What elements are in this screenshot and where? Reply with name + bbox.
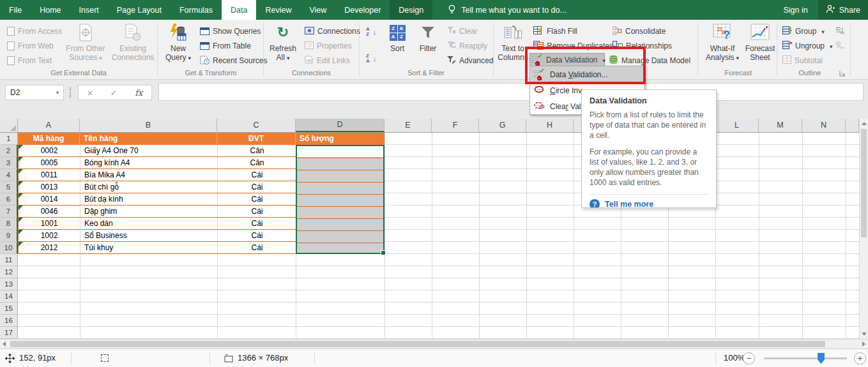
cell[interactable]: Cái [218, 206, 296, 217]
consolidate-button[interactable]: Consolidate [611, 24, 667, 38]
from-text-button[interactable]: From Text [5, 54, 54, 68]
scroll-right-icon[interactable] [862, 341, 865, 347]
zoom-slider-handle[interactable] [818, 353, 825, 364]
cell[interactable]: Túi khuy [80, 242, 218, 253]
clear-filter-button[interactable]: Clear [445, 24, 480, 38]
existing-connections-button[interactable]: Existing Connections [110, 23, 156, 63]
scroll-left-icon[interactable] [3, 341, 6, 347]
cell[interactable]: 0002 [19, 145, 80, 156]
row-header-4[interactable]: 4 [0, 169, 18, 181]
show-detail-button[interactable] [834, 24, 847, 38]
sign-in-link[interactable]: Sign in [773, 0, 818, 20]
cell[interactable]: Cái [218, 181, 296, 193]
ribbon-tab-data[interactable]: Data [222, 0, 256, 20]
cell[interactable]: Cân [218, 145, 296, 156]
cell[interactable]: Sổ Business [80, 230, 218, 241]
column-header-f[interactable]: F [432, 119, 479, 132]
ribbon-tab-insert[interactable]: Insert [70, 0, 108, 20]
cell[interactable]: 0005 [19, 157, 80, 169]
ribbon-tab-developer[interactable]: Developer [335, 0, 390, 20]
row-header-7[interactable]: 7 [0, 206, 18, 218]
row-header-10[interactable]: 10 [0, 242, 18, 254]
column-header-n[interactable]: N [802, 119, 846, 132]
scroll-down-icon[interactable] [862, 333, 867, 336]
from-other-sources-button[interactable]: From Other Sources [64, 23, 107, 63]
from-table-button[interactable]: From Table [198, 39, 253, 53]
column-header-e[interactable]: E [385, 119, 432, 132]
fill-handle[interactable] [381, 250, 386, 255]
cell[interactable]: 1001 [19, 218, 80, 229]
table-header-ten-hang[interactable]: Tên hàng [80, 133, 217, 145]
group-button[interactable]: Group [780, 24, 826, 38]
new-query-button[interactable]: New Query [161, 23, 195, 63]
horizontal-scroll-thumb[interactable] [10, 341, 825, 347]
sort-button[interactable]: ZAAZ Sort [383, 23, 411, 54]
ribbon-tab-review[interactable]: Review [256, 0, 300, 20]
ribbon-tab-file[interactable]: File [0, 0, 31, 20]
cell[interactable]: Cái [218, 193, 296, 205]
row-header-6[interactable]: 6 [0, 193, 18, 206]
row-header-16[interactable]: 16 [0, 315, 18, 327]
cell[interactable]: Giấy A4 One 70 [80, 145, 218, 156]
ribbon-tab-formulas[interactable]: Formulas [171, 0, 222, 20]
hide-detail-button[interactable] [834, 39, 847, 53]
outline-dialog-launcher[interactable] [839, 70, 846, 79]
filter-button[interactable]: Filter [415, 23, 441, 54]
show-queries-button[interactable]: Show Queries [198, 24, 263, 38]
from-access-button[interactable]: From Access [5, 24, 64, 38]
name-box-caret-icon[interactable]: ▾ [52, 86, 63, 100]
cell[interactable]: 0046 [19, 206, 80, 217]
table-header-so-luong[interactable]: Số lượng [296, 133, 385, 145]
cell[interactable]: 1002 [19, 230, 80, 241]
cell[interactable]: 2012 [19, 242, 80, 253]
forecast-sheet-button[interactable]: Forecast Sheet [743, 23, 777, 63]
sort-descending-button[interactable]: ZA↓ [364, 52, 378, 66]
table-header-dvt[interactable]: ĐVT [217, 133, 296, 145]
cell[interactable]: Cái [218, 230, 296, 241]
column-header-d[interactable]: D [296, 119, 385, 132]
cell[interactable]: Dập ghim [80, 206, 218, 217]
scroll-up-icon[interactable] [862, 122, 867, 125]
row-header-14[interactable]: 14 [0, 290, 18, 303]
ribbon-tab-view[interactable]: View [300, 0, 335, 20]
reapply-filter-button[interactable]: Reapply [445, 39, 489, 53]
properties-button[interactable]: Properties [303, 39, 354, 53]
ribbon-tab-home[interactable]: Home [31, 0, 70, 20]
ribbon-tab-design[interactable]: Design [390, 0, 432, 20]
what-if-analysis-button[interactable]: ? What-If Analysis [704, 23, 741, 63]
row-header-11[interactable]: 11 [0, 254, 18, 266]
selected-range-d2-d10[interactable] [296, 145, 385, 254]
column-header-m[interactable]: M [759, 119, 802, 132]
column-header-g[interactable]: G [479, 119, 526, 132]
cell[interactable]: Bìa Mika A4 [80, 169, 218, 181]
row-header-8[interactable]: 8 [0, 218, 18, 230]
cell[interactable]: Cân [218, 157, 296, 169]
cell[interactable]: Bóng kính A4 [80, 157, 218, 169]
name-box[interactable]: D2 ▾ [5, 85, 64, 100]
recent-sources-button[interactable]: Recent Sources [198, 54, 269, 68]
tell-me-more-link[interactable]: ? Tell me more [590, 199, 708, 208]
cell[interactable]: Keo dán [80, 218, 218, 229]
row-header-5[interactable]: 5 [0, 181, 18, 193]
cancel-entry-icon[interactable]: × [88, 87, 93, 98]
row-header-13[interactable]: 13 [0, 278, 18, 290]
sort-ascending-button[interactable]: AZ↓ [364, 25, 378, 39]
horizontal-scrollbar[interactable] [0, 339, 868, 348]
zoom-out-button[interactable]: − [743, 352, 755, 364]
from-web-button[interactable]: From Web [5, 39, 56, 53]
ribbon-tab-page-layout[interactable]: Page Layout [108, 0, 171, 20]
edit-links-button[interactable]: Edit Links [303, 54, 352, 68]
ungroup-button[interactable]: Ungroup [780, 39, 835, 53]
column-header-a[interactable]: A [18, 119, 80, 132]
column-header-h[interactable]: H [526, 119, 574, 132]
zoom-slider-track[interactable] [764, 357, 847, 359]
active-cell-d2[interactable] [297, 146, 383, 157]
advanced-filter-button[interactable]: Advanced [445, 54, 495, 68]
formula-input[interactable] [158, 83, 864, 101]
column-header-partial[interactable] [846, 119, 859, 132]
zoom-in-button[interactable]: + [854, 352, 866, 364]
confirm-entry-icon[interactable]: ✓ [110, 88, 118, 98]
select-all-corner[interactable] [0, 119, 18, 133]
vertical-scroll-thumb[interactable] [861, 129, 867, 237]
row-header-12[interactable]: 12 [0, 266, 18, 278]
